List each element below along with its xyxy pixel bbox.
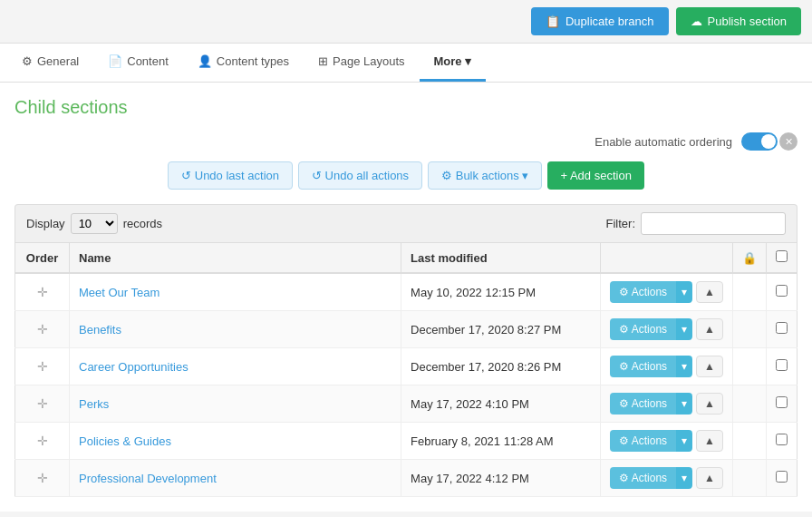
row-checkbox-cell	[767, 273, 798, 311]
lock-cell	[733, 348, 767, 385]
child-sections-title: Child sections	[14, 97, 798, 118]
move-up-button[interactable]: ▲	[696, 393, 723, 415]
actions-button[interactable]: ⚙ Actions	[610, 318, 676, 340]
actions-btn-group: ⚙ Actions ▾	[610, 430, 692, 452]
row-checkbox[interactable]	[776, 285, 788, 297]
actions-caret-button[interactable]: ▾	[676, 318, 692, 340]
tab-content-types[interactable]: 👤 Content types	[183, 44, 304, 82]
sections-table: Order Name Last modified 🔒 ✛ Meet Our Te…	[14, 242, 798, 497]
move-up-button[interactable]: ▲	[696, 281, 723, 303]
drag-handle[interactable]: ✛	[37, 396, 48, 411]
content-types-icon: 👤	[198, 54, 212, 68]
auto-ordering-toggle[interactable]: ✕	[741, 132, 798, 151]
actions-caret-button[interactable]: ▾	[676, 467, 692, 489]
table-row: ✛ Professional Development May 17, 2022 …	[15, 460, 798, 497]
actions-button[interactable]: ⚙ Actions	[610, 467, 676, 489]
col-last-modified-header: Last modified	[401, 243, 601, 274]
actions-caret-button[interactable]: ▾	[676, 281, 692, 303]
duplicate-icon: 📋	[546, 15, 560, 28]
auto-ordering-label: Enable automatic ordering	[594, 135, 732, 149]
auto-ordering-row: Enable automatic ordering ✕	[14, 132, 798, 151]
actions-button[interactable]: ⚙ Actions	[610, 281, 676, 303]
table-row: ✛ Policies & Guides February 8, 2021 11:…	[15, 423, 798, 460]
add-section-button[interactable]: + Add section	[547, 161, 643, 190]
row-checkbox-cell	[767, 311, 798, 348]
col-actions-header	[601, 243, 733, 274]
section-name-link[interactable]: Perks	[79, 397, 109, 411]
filter-input[interactable]	[641, 212, 786, 235]
col-order-header: Order	[15, 243, 70, 274]
lock-cell	[733, 273, 767, 311]
row-checkbox[interactable]	[776, 396, 788, 408]
section-name-link[interactable]: Benefits	[79, 323, 121, 337]
section-name-link[interactable]: Career Opportunities	[79, 360, 188, 374]
move-up-button[interactable]: ▲	[696, 356, 723, 377]
section-name-link[interactable]: Meet Our Team	[79, 286, 160, 299]
bulk-actions-button[interactable]: ⚙ Bulk actions ▾	[428, 161, 542, 190]
toggle-track[interactable]	[741, 132, 778, 151]
publish-section-button[interactable]: ☁ Publish section	[676, 7, 801, 35]
actions-caret-button[interactable]: ▾	[676, 393, 692, 415]
drag-handle-cell: ✛	[15, 423, 70, 460]
table-row: ✛ Benefits December 17, 2020 8:27 PM ⚙ A…	[15, 311, 798, 348]
actions-btn-group: ⚙ Actions ▾	[610, 356, 692, 377]
actions-caret-button[interactable]: ▾	[676, 356, 692, 377]
drag-handle[interactable]: ✛	[37, 359, 48, 374]
name-cell: Meet Our Team	[70, 273, 401, 311]
row-checkbox[interactable]	[776, 434, 788, 445]
actions-btn-group: ⚙ Actions ▾	[610, 467, 692, 489]
drag-handle-cell: ✛	[15, 460, 70, 497]
lock-cell	[733, 385, 767, 423]
name-cell: Professional Development	[70, 460, 401, 497]
filter-control: Filter:	[606, 212, 787, 235]
row-actions-cell: ⚙ Actions ▾ ▲	[601, 273, 733, 311]
row-checkbox-cell	[767, 385, 798, 423]
last-modified-cell: February 8, 2021 11:28 AM	[401, 423, 601, 460]
name-cell: Career Opportunities	[70, 348, 401, 385]
row-actions-cell: ⚙ Actions ▾ ▲	[601, 311, 733, 348]
col-check-header	[767, 243, 798, 274]
drag-handle-cell: ✛	[15, 273, 70, 311]
row-checkbox-cell	[767, 348, 798, 385]
lock-icon: 🔒	[742, 251, 757, 265]
actions-caret-button[interactable]: ▾	[676, 430, 692, 452]
last-modified-cell: May 17, 2022 4:12 PM	[401, 460, 601, 497]
undo-last-action-button[interactable]: ↺ Undo last action	[168, 161, 293, 190]
row-checkbox[interactable]	[776, 322, 788, 334]
tab-page-layouts[interactable]: ⊞ Page Layouts	[304, 44, 420, 82]
page-layouts-icon: ⊞	[318, 54, 328, 68]
move-up-button[interactable]: ▲	[696, 467, 723, 489]
tabs-bar: ⚙ General 📄 Content 👤 Content types ⊞ Pa…	[0, 44, 812, 83]
drag-handle[interactable]: ✛	[37, 322, 48, 337]
select-all-checkbox[interactable]	[776, 250, 788, 262]
name-cell: Perks	[70, 385, 401, 423]
drag-handle-cell: ✛	[15, 311, 70, 348]
row-checkbox[interactable]	[776, 471, 788, 483]
drag-handle[interactable]: ✛	[37, 285, 48, 299]
toggle-thumb	[761, 134, 776, 149]
tab-more[interactable]: More ▾	[420, 44, 487, 82]
actions-button[interactable]: ⚙ Actions	[610, 430, 676, 452]
drag-handle[interactable]: ✛	[37, 434, 48, 448]
tab-general[interactable]: ⚙ General	[7, 44, 93, 82]
table-row: ✛ Meet Our Team May 10, 2022 12:15 PM ⚙ …	[15, 273, 798, 311]
col-lock-header: 🔒	[733, 243, 767, 274]
move-up-button[interactable]: ▲	[696, 318, 723, 340]
move-up-button[interactable]: ▲	[696, 430, 723, 452]
tab-content[interactable]: 📄 Content	[93, 44, 183, 82]
actions-button[interactable]: ⚙ Actions	[610, 356, 676, 377]
row-checkbox[interactable]	[776, 359, 788, 371]
drag-handle[interactable]: ✛	[37, 471, 48, 485]
last-modified-cell: December 17, 2020 8:26 PM	[401, 348, 601, 385]
undo-all-actions-button[interactable]: ↺ Undo all actions	[298, 161, 422, 190]
last-modified-cell: May 17, 2022 4:10 PM	[401, 385, 601, 423]
lock-cell	[733, 311, 767, 348]
section-name-link[interactable]: Policies & Guides	[79, 434, 171, 448]
toggle-close-button[interactable]: ✕	[779, 132, 798, 151]
display-select[interactable]: 10 25 50 100	[71, 213, 118, 234]
general-icon: ⚙	[22, 54, 33, 68]
section-name-link[interactable]: Professional Development	[79, 472, 217, 485]
duplicate-branch-button[interactable]: 📋 Duplicate branch	[531, 7, 669, 35]
actions-button[interactable]: ⚙ Actions	[610, 393, 676, 415]
main-content: Child sections Enable automatic ordering…	[0, 83, 812, 512]
